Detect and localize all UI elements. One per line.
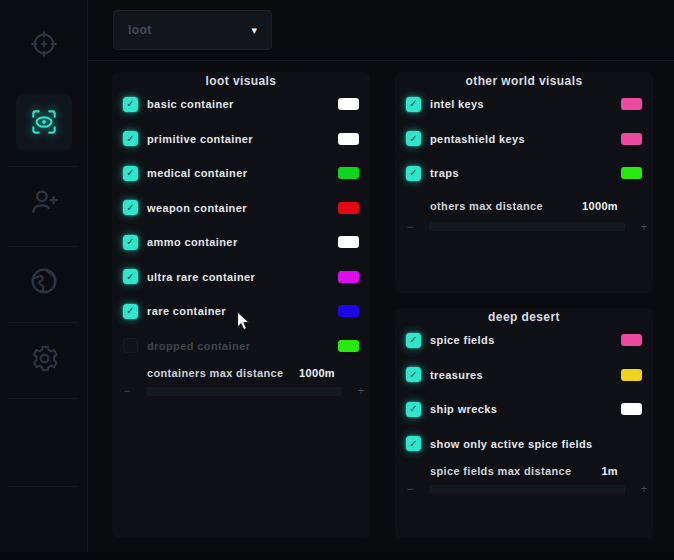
checkbox-checked[interactable]: ✓ [123, 166, 138, 181]
checkbox-checked[interactable]: ✓ [123, 131, 138, 146]
color-swatch[interactable] [621, 133, 642, 145]
check-icon: ✓ [126, 134, 134, 144]
check-icon: ✓ [409, 335, 417, 345]
panel-title: loot visuals [112, 75, 370, 87]
checkbox-checked[interactable]: ✓ [406, 436, 421, 451]
slider-minus-button[interactable]: − [403, 220, 417, 234]
checkbox-checked[interactable]: ✓ [123, 269, 138, 284]
sidebar-item-aim[interactable] [16, 16, 72, 72]
globe-icon [27, 264, 61, 298]
toggle-row-intel-keys: ✓ intel keys [395, 87, 653, 122]
checkbox-unchecked[interactable]: ✓ [123, 338, 138, 353]
sidebar-divider [8, 246, 78, 247]
check-icon: ✓ [409, 134, 417, 144]
toggle-row-pentashield-keys: ✓ pentashield keys [395, 122, 653, 157]
panel-deep-desert: deep desert ✓ spice fields ✓ treasures ✓… [395, 308, 653, 538]
slider-label: containers max distance [147, 367, 283, 379]
color-swatch[interactable] [338, 271, 359, 283]
toggle-label: weapon container [147, 202, 338, 214]
slider-minus-button[interactable]: − [120, 384, 134, 398]
toggle-row-medical-container: ✓ medical container [112, 156, 370, 191]
slider-plus-button[interactable]: + [637, 220, 651, 234]
toggle-row-spice-fields: ✓ spice fields [395, 323, 653, 358]
checkbox-checked[interactable]: ✓ [123, 304, 138, 319]
sidebar-divider [8, 166, 78, 167]
panel-title: other world visuals [395, 75, 653, 87]
slider: − + [395, 215, 653, 239]
slider-track[interactable] [429, 222, 625, 231]
check-icon: ✓ [126, 237, 134, 247]
toggle-label: rare container [147, 305, 338, 317]
color-swatch[interactable] [338, 236, 359, 248]
sidebar-item-players[interactable] [16, 174, 72, 230]
slider: − + [395, 477, 653, 501]
toggle-label: spice fields [430, 334, 621, 346]
slider-track[interactable] [146, 387, 342, 396]
check-icon: ✓ [126, 306, 134, 316]
toggle-row-rare-container: ✓ rare container [112, 294, 370, 329]
slider-plus-button[interactable]: + [637, 482, 651, 496]
color-swatch[interactable] [338, 167, 359, 179]
slider-plus-button[interactable]: + [354, 384, 368, 398]
color-swatch[interactable] [621, 403, 642, 415]
checkbox-checked[interactable]: ✓ [406, 333, 421, 348]
color-swatch[interactable] [621, 98, 642, 110]
checkbox-checked[interactable]: ✓ [406, 97, 421, 112]
check-icon: ✓ [409, 99, 417, 109]
toggle-label: show only active spice fields [430, 438, 642, 450]
sidebar-item-settings[interactable] [16, 330, 72, 386]
color-swatch[interactable] [338, 340, 359, 352]
toggle-label: ammo container [147, 236, 338, 248]
color-swatch[interactable] [621, 369, 642, 381]
toggle-label: ship wrecks [430, 403, 621, 415]
category-dropdown-value: loot [128, 23, 251, 37]
checkbox-checked[interactable]: ✓ [406, 131, 421, 146]
toggle-row-ultra-rare-container: ✓ ultra rare container [112, 260, 370, 295]
sidebar-divider [8, 322, 78, 323]
check-icon: ✓ [126, 203, 134, 213]
sidebar-divider [8, 486, 78, 487]
toggle-label: primitive container [147, 133, 338, 145]
slider: − + [112, 379, 370, 403]
toggle-label: traps [430, 167, 621, 179]
toggle-row-traps: ✓ traps [395, 156, 653, 191]
slider-header: others max distance 1000m [395, 200, 653, 212]
checkbox-checked[interactable]: ✓ [123, 200, 138, 215]
slider-header: containers max distance 1000m [112, 367, 370, 379]
checkbox-checked[interactable]: ✓ [123, 97, 138, 112]
color-swatch[interactable] [621, 334, 642, 346]
color-swatch[interactable] [338, 305, 359, 317]
check-icon: ✓ [126, 272, 134, 282]
color-swatch[interactable] [338, 133, 359, 145]
toggle-label: intel keys [430, 98, 621, 110]
toggle-row-weapon-container: ✓ weapon container [112, 191, 370, 226]
slider-label: spice fields max distance [430, 465, 571, 477]
sidebar-item-visuals[interactable] [16, 94, 72, 150]
toggle-label: treasures [430, 369, 621, 381]
checkbox-checked[interactable]: ✓ [406, 166, 421, 181]
color-swatch[interactable] [621, 167, 642, 179]
sidebar-item-world[interactable] [16, 253, 72, 309]
checkbox-checked[interactable]: ✓ [406, 367, 421, 382]
toggle-row-dropped-container: ✓ dropped container [112, 329, 370, 364]
sidebar-divider [8, 398, 78, 399]
slider-value: 1000m [299, 367, 335, 379]
checkbox-checked[interactable]: ✓ [123, 235, 138, 250]
toggle-row-ship-wrecks: ✓ ship wrecks [395, 392, 653, 427]
toggle-row-show-only-active-spice-fields: ✓ show only active spice fields [395, 427, 653, 462]
panel-other-world-visuals: other world visuals ✓ intel keys ✓ penta… [395, 72, 653, 293]
check-icon: ✓ [409, 370, 417, 380]
slider-track[interactable] [429, 485, 625, 494]
category-dropdown[interactable]: loot ▾ [113, 10, 272, 50]
gear-icon [29, 343, 60, 374]
eye-scan-icon [28, 106, 60, 138]
checkbox-checked[interactable]: ✓ [406, 402, 421, 417]
check-icon: ✓ [126, 99, 134, 109]
check-icon: ✓ [409, 404, 417, 414]
toggle-label: medical container [147, 167, 338, 179]
color-swatch[interactable] [338, 202, 359, 214]
color-swatch[interactable] [338, 98, 359, 110]
crosshair-icon [28, 28, 60, 60]
check-icon: ✓ [409, 439, 417, 449]
slider-minus-button[interactable]: − [403, 482, 417, 496]
